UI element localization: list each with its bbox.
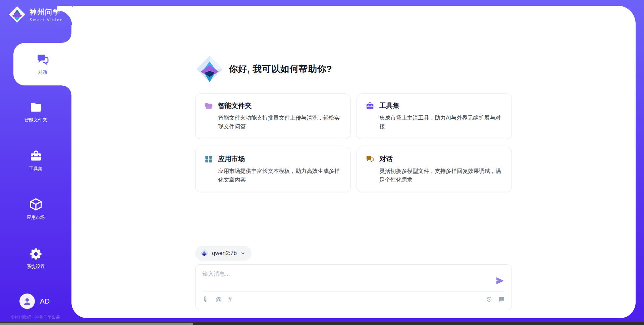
- chevron-down-icon: [240, 251, 246, 256]
- sidebar: 神州问学 Smart Vision 对话 智能文件夹: [0, 0, 71, 325]
- model-selector[interactable]: qwen2:7b: [195, 246, 252, 261]
- user-name: AD: [40, 297, 50, 305]
- card-title: 应用市场: [218, 154, 245, 164]
- toolbox-icon: [29, 149, 43, 163]
- card-chat[interactable]: 对话 灵活切换多模型文件，支持多样回复效果调试，满足个性化需求: [357, 147, 512, 192]
- card-title: 工具集: [379, 101, 399, 110]
- sidebar-item-toolset[interactable]: 工具集: [0, 149, 71, 172]
- feature-cards: 智能文件夹 智能文件夹功能支持批量文件上传与清洗，轻松实现文件问答: [195, 93, 512, 192]
- brand-diamond-icon: [8, 5, 26, 23]
- card-title: 对话: [379, 154, 393, 164]
- sidebar-item-label: 智能文件夹: [24, 117, 47, 123]
- sidebar-item-app-market[interactable]: 应用市场: [0, 197, 71, 220]
- send-icon: [495, 276, 504, 285]
- card-smart-folder[interactable]: 智能文件夹 智能文件夹功能支持批量文件上传与清洗，轻松实现文件问答: [195, 93, 351, 139]
- comment-icon: [498, 296, 505, 303]
- gear-icon: [29, 247, 43, 261]
- horizontal-scrollbar[interactable]: [0, 322, 644, 325]
- greeting-title: 你好, 我可以如何帮助你?: [229, 63, 332, 75]
- sidebar-item-smart-folder[interactable]: 智能文件夹: [0, 101, 71, 123]
- card-toolset[interactable]: 工具集 集成市场上主流工具，助力AI与外界无缝扩展与对接: [357, 93, 512, 139]
- scrollbar-thumb[interactable]: [0, 323, 193, 325]
- copyright-text: ©神州数码 · 神州问学出品: [0, 315, 71, 320]
- brand-subtitle: Smart Vision: [30, 18, 63, 22]
- chat-bubbles-icon: [36, 53, 50, 66]
- app-window: 神州问学 Smart Vision 对话 智能文件夹: [0, 0, 644, 325]
- person-icon: [22, 296, 32, 306]
- attachment-button[interactable]: [202, 296, 209, 303]
- card-description: 智能文件夹功能支持批量文件上传与清洗，轻松实现文件问答: [218, 114, 341, 131]
- chat-bubbles-icon: [366, 155, 374, 164]
- card-description: 集成市场上主流工具，助力AI与外界无缝扩展与对接: [379, 114, 503, 131]
- app-grid-icon: [204, 155, 213, 164]
- card-app-market[interactable]: 应用市场 应用市场提供丰富长文本模板，助力高效生成多样化文章内容: [195, 147, 351, 192]
- message-input[interactable]: [202, 270, 491, 288]
- comment-button[interactable]: [498, 296, 505, 303]
- toolbox-icon: [366, 102, 374, 110]
- history-button[interactable]: [486, 296, 492, 303]
- sidebar-item-label: 工具集: [29, 166, 43, 172]
- sidebar-item-label: 应用市场: [27, 214, 45, 220]
- main-content: 你好, 我可以如何帮助你? 智能文件夹 智能文件夹功能支持批量文件上传与清洗，轻…: [71, 6, 636, 318]
- topic-icon: #: [228, 296, 232, 303]
- folder-icon: [204, 102, 213, 110]
- history-icon: [486, 296, 492, 303]
- attachment-icon: [202, 296, 209, 303]
- folder-icon: [29, 101, 43, 114]
- mention-button[interactable]: @: [215, 296, 222, 303]
- sidebar-item-settings[interactable]: 系统设置: [0, 247, 71, 270]
- greeting: 你好, 我可以如何帮助你?: [195, 55, 512, 83]
- mention-icon: @: [215, 296, 222, 303]
- active-tab-curve-top: [62, 34, 72, 43]
- active-tab-curve-bottom: [62, 85, 72, 95]
- brand-name: 神州问学: [30, 7, 63, 17]
- cube-icon: [29, 197, 43, 211]
- sidebar-item-label: 系统设置: [27, 264, 45, 270]
- model-name: qwen2:7b: [212, 250, 237, 257]
- card-description: 灵活切换多模型文件，支持多样回复效果调试，满足个性化需求: [379, 167, 503, 184]
- model-diamond-icon: [200, 249, 209, 258]
- card-title: 智能文件夹: [218, 101, 252, 110]
- topic-button[interactable]: #: [228, 296, 232, 303]
- message-composer: @ #: [195, 264, 512, 310]
- brand-logo: 神州问学 Smart Vision: [8, 5, 63, 23]
- sidebar-item-chat[interactable]: 对话: [13, 43, 72, 85]
- send-button[interactable]: [495, 276, 505, 286]
- card-description: 应用市场提供丰富长文本模板，助力高效生成多样化文章内容: [218, 167, 341, 184]
- avatar: [19, 294, 35, 309]
- assistant-diamond-icon: [195, 55, 224, 83]
- sidebar-item-label: 对话: [38, 69, 47, 75]
- user-account[interactable]: AD: [19, 294, 50, 309]
